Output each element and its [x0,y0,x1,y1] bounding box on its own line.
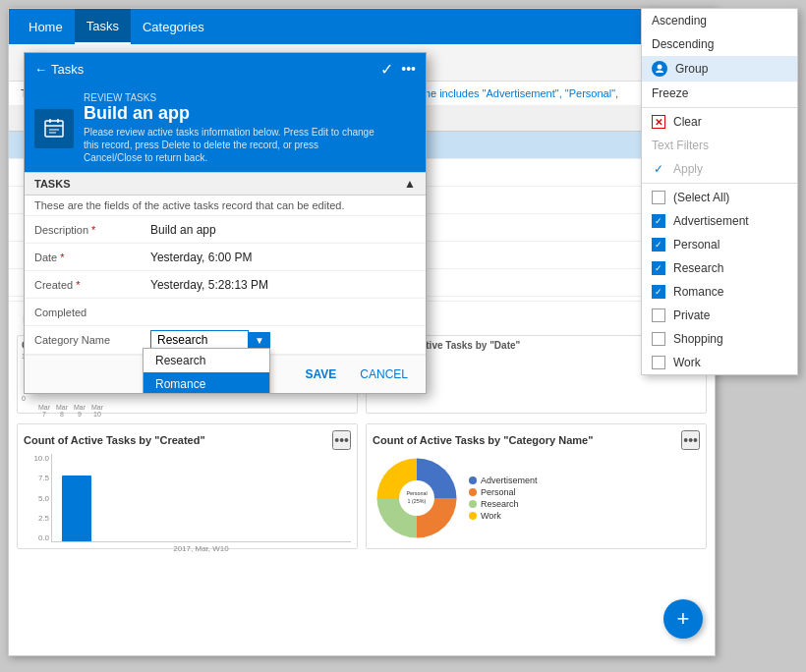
review-panel-header: ← Tasks ✓ ••• [25,53,426,84]
field-date: Date * Yesterday, 6:00 PM [25,244,426,271]
review-check-button[interactable]: ✓ [380,60,393,79]
cancel-button[interactable]: CANCEL [352,364,416,385]
filter-divider-2 [642,183,797,184]
pie-svg: Personal 1 (25%) [373,454,461,542]
filter-select-all[interactable]: (Select All) [642,186,797,209]
field-category: Category Name ▼ Research Romance See All… [25,326,426,355]
app-window: Home Tasks Categories ALL TASKS (5) ▼ AC… [8,8,716,656]
pie-legend: Advertisement Personal Research Wor [469,476,538,521]
menu-item-romance[interactable]: Romance [144,372,269,394]
legend-personal: Personal [469,487,538,497]
legend-dot-personal [469,488,477,496]
legend-work: Work [469,511,538,521]
review-icon [34,109,74,148]
field-completed: Completed [25,299,426,326]
category-dropdown-btn[interactable]: ▼ [249,332,270,349]
chart-more-category[interactable]: ••• [681,430,700,450]
pie-chart-category: Count of Active Tasks by "Category Name"… [366,423,707,549]
filter-romance[interactable]: ✓ Romance [642,280,797,304]
chart-more-created[interactable]: ••• [332,430,351,450]
menu-item-research[interactable]: Research [144,349,269,372]
field-created: Created * Yesterday, 5:28:13 PM [25,271,426,299]
clear-icon: ✕ [652,115,665,129]
svg-rect-3 [45,121,63,137]
checkbox-advertisement[interactable]: ✓ [652,214,665,228]
category-dropdown-menu: Research Romance See All ▶ Create New [143,348,270,394]
checkbox-select-all[interactable] [652,191,665,204]
form-section-header: TASKS ▲ [25,172,426,196]
group-avatar [652,61,667,77]
filter-dropdown-panel: Ascending Descending Group Freeze ✕ Clea… [641,8,798,375]
filter-clear[interactable]: ✕ Clear [642,110,797,134]
collapse-icon[interactable]: ▲ [404,177,416,191]
review-panel: ← Tasks ✓ ••• R [24,52,427,394]
review-more-button[interactable]: ••• [401,61,416,77]
filter-advertisement[interactable]: ✓ Advertisement [642,209,797,233]
legend-advertisement: Advertisement [469,476,538,485]
filter-apply: ✓ Apply [642,157,797,181]
review-panel-title-bar: REVIEW TASKS Build an app Please review … [25,84,426,172]
top-nav: Home Tasks Categories [9,9,715,44]
filter-divider-1 [642,107,797,108]
filter-research[interactable]: ✓ Research [642,256,797,280]
filter-ascending[interactable]: Ascending [642,9,797,32]
fab-button[interactable]: + [663,599,703,639]
filter-group[interactable]: Group [642,56,797,82]
legend-dot-research [469,500,477,508]
save-button[interactable]: SAVE [298,364,345,385]
nav-tasks[interactable]: Tasks [75,9,131,44]
form-section-desc: These are the fields of the active tasks… [25,196,426,216]
filter-shopping[interactable]: Shopping [642,327,797,351]
chart-header-created: Count of Active Tasks by "Created" ••• [24,430,351,450]
nav-home[interactable]: Home [17,9,75,44]
checkbox-work[interactable] [652,356,665,369]
svg-text:1 (25%): 1 (25%) [408,498,427,504]
apply-check-icon: ✓ [652,162,665,176]
svg-point-9 [658,65,662,70]
filter-freeze[interactable]: Freeze [642,82,797,105]
legend-research: Research [469,499,538,509]
nav-categories[interactable]: Categories [131,9,216,44]
checkbox-romance[interactable]: ✓ [652,285,665,299]
filter-descending[interactable]: Descending [642,32,797,56]
checkbox-shopping[interactable] [652,332,665,346]
back-arrow-icon: ← [34,62,47,77]
category-input[interactable] [150,330,249,350]
pie-chart-wrapper: Personal 1 (25%) Advertisement Personal [373,454,700,542]
filter-work[interactable]: Work [642,351,797,374]
checkbox-research[interactable]: ✓ [652,261,665,275]
legend-dot-advertisement [469,476,477,484]
svg-text:Personal: Personal [406,490,427,496]
category-dropdown: ▼ [150,330,418,350]
review-panel-title-text: REVIEW TASKS Build an app Please review … [84,92,378,164]
bar-chart-created: Count of Active Tasks by "Created" ••• 1… [17,423,358,549]
back-button[interactable]: ← Tasks [34,62,84,77]
filter-private[interactable]: Private [642,304,797,327]
chart-header-category: Count of Active Tasks by "Category Name"… [373,430,700,450]
checkbox-personal[interactable]: ✓ [652,238,665,252]
legend-dot-work [469,512,477,520]
filter-personal[interactable]: ✓ Personal [642,233,797,256]
checkbox-private[interactable] [652,308,665,322]
filter-text-filters: Text Filters [642,134,797,157]
field-description: Description * Build an app [25,216,426,244]
